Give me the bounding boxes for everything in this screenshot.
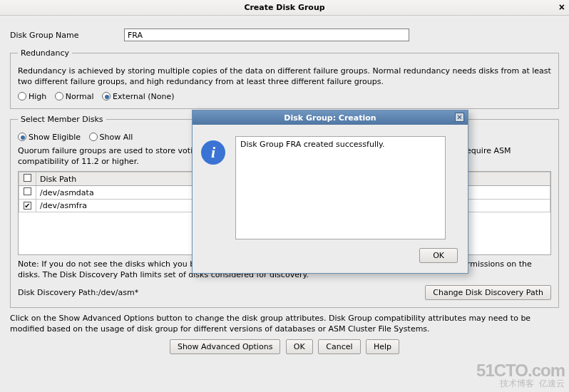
watermark-sub1: 技术博客 [500, 378, 534, 388]
dialog-message-box: Disk Group FRA created successfully. [235, 136, 446, 239]
checkbox-icon [24, 174, 31, 182]
cancel-button[interactable]: Cancel [318, 339, 360, 354]
ok-button[interactable]: OK [286, 339, 313, 354]
dialog-close-icon[interactable]: ✕ [455, 113, 464, 122]
show-eligible[interactable]: Show Eligible [18, 133, 81, 142]
radio-icon [18, 133, 26, 141]
dialog-footer: OK [193, 244, 468, 273]
show-all[interactable]: Show All [89, 133, 133, 142]
redundancy-high-label: High [29, 92, 46, 101]
redundancy-fieldset: Redundancy Redundancy is achieved by sto… [10, 48, 559, 109]
close-icon[interactable]: × [559, 1, 565, 13]
show-eligible-label: Show Eligible [29, 133, 81, 142]
radio-icon [102, 92, 111, 100]
dialog-ok-button[interactable]: OK [419, 248, 458, 263]
window-title: Create Disk Group [244, 3, 324, 12]
dialog-body: i Disk Group FRA created successfully. [193, 125, 468, 244]
show-all-label: Show All [100, 133, 133, 142]
dialog-titlebar: Disk Group: Creation ✕ [193, 110, 468, 125]
info-icon: i [201, 140, 225, 165]
radio-icon [55, 92, 63, 100]
redundancy-legend: Redundancy [18, 48, 72, 58]
checkbox-icon[interactable]: ✔ [24, 202, 31, 210]
redundancy-normal[interactable]: Normal [55, 92, 94, 101]
dialog-message: Disk Group FRA created successfully. [240, 140, 384, 149]
watermark-sub2: 亿速云 [539, 378, 565, 388]
help-button[interactable]: Help [366, 339, 399, 354]
disk-group-name-input[interactable] [124, 29, 409, 41]
redundancy-external-label: External (None) [113, 92, 174, 101]
redundancy-normal-label: Normal [66, 92, 94, 101]
footer-buttons: Show Advanced Options OK Cancel Help [10, 339, 559, 354]
disk-group-name-row: Disk Group Name [10, 29, 559, 41]
radio-icon [18, 92, 26, 100]
show-advanced-options-button[interactable]: Show Advanced Options [170, 339, 280, 354]
checkbox-icon[interactable] [24, 187, 31, 195]
redundancy-high[interactable]: High [18, 92, 46, 101]
redundancy-description: Redundancy is achieved by storing multip… [18, 66, 551, 88]
radio-icon [89, 133, 98, 141]
creation-dialog: Disk Group: Creation ✕ i Disk Group FRA … [192, 110, 468, 274]
discovery-path-label: Disk Discovery Path:/dev/asm* [18, 288, 138, 297]
watermark-big: 51CTO.com [476, 362, 565, 379]
advanced-options-note: Click on the Show Advanced Options butto… [10, 314, 559, 335]
header-checkbox-cell[interactable] [19, 172, 36, 186]
watermark: 51CTO.com 技术博客 亿速云 [476, 362, 565, 388]
change-discovery-path-button[interactable]: Change Disk Discovery Path [425, 285, 551, 300]
redundancy-external[interactable]: External (None) [102, 92, 174, 101]
dialog-title: Disk Group: Creation [284, 113, 376, 123]
window-titlebar: Create Disk Group × [0, 0, 569, 16]
redundancy-options: High Normal External (None) [18, 92, 551, 101]
disk-group-name-label: Disk Group Name [10, 31, 124, 40]
member-disks-legend: Select Member Disks [18, 115, 106, 124]
discovery-row: Disk Discovery Path:/dev/asm* Change Dis… [18, 285, 551, 300]
